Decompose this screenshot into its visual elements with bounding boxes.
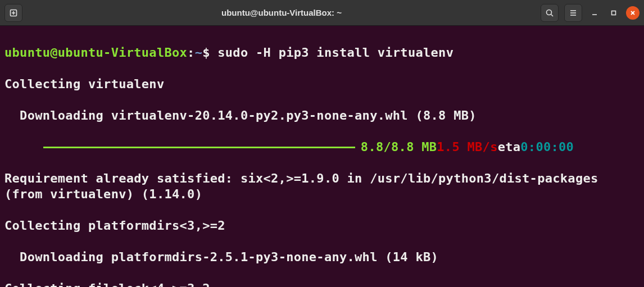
menu-button[interactable] [564, 4, 582, 22]
colon: : [187, 45, 195, 60]
close-button[interactable] [626, 6, 640, 20]
output-line: Collecting filelock<4,>=3.2 [4, 281, 640, 287]
window-titlebar: ubuntu@ubuntu-VirtualBox: ~ [0, 0, 644, 26]
maximize-icon [610, 10, 617, 16]
svg-point-3 [547, 10, 552, 15]
eta-label: eta [498, 139, 521, 155]
command-text: sudo -H pip3 install virtualenv [210, 45, 453, 60]
minimize-icon [591, 10, 598, 16]
new-tab-button[interactable] [4, 4, 22, 22]
close-icon [629, 10, 636, 16]
titlebar-right-group [541, 4, 640, 22]
user-host: ubuntu@ubuntu-VirtualBox [4, 45, 187, 60]
maximize-button[interactable] [607, 6, 620, 20]
titlebar-left-group [4, 4, 22, 22]
output-line: Collecting virtualenv [4, 76, 640, 92]
minimize-button[interactable] [588, 6, 601, 20]
terminal-body[interactable]: ubuntu@ubuntu-VirtualBox:~$ sudo -H pip3… [0, 26, 644, 287]
svg-rect-9 [612, 11, 616, 15]
progress-size: 8.8/8.8 MB [361, 139, 437, 155]
new-tab-icon [9, 8, 18, 17]
dollar: $ [202, 45, 210, 60]
progress-line-1: 8.8/8.8 MB 1.5 MB/s eta 0:00:00 [4, 139, 640, 155]
progress-bar-icon [43, 147, 355, 148]
search-icon [545, 8, 554, 17]
svg-line-4 [551, 14, 554, 16]
window-title: ubuntu@ubuntu-VirtualBox: ~ [27, 8, 536, 17]
search-button[interactable] [541, 4, 559, 22]
output-line: Collecting platformdirs<3,>=2 [4, 218, 640, 234]
hamburger-icon [569, 8, 578, 17]
eta-value: 0:00:00 [520, 139, 574, 155]
output-line: Downloading platformdirs-2.5.1-py3-none-… [4, 249, 640, 265]
prompt-line: ubuntu@ubuntu-VirtualBox:~$ sudo -H pip3… [4, 45, 640, 61]
cwd: ~ [195, 45, 203, 60]
output-line: Requirement already satisfied: six<2,>=1… [4, 171, 640, 202]
output-line: Downloading virtualenv-20.14.0-py2.py3-n… [4, 108, 640, 124]
progress-speed: 1.5 MB/s [437, 139, 497, 155]
